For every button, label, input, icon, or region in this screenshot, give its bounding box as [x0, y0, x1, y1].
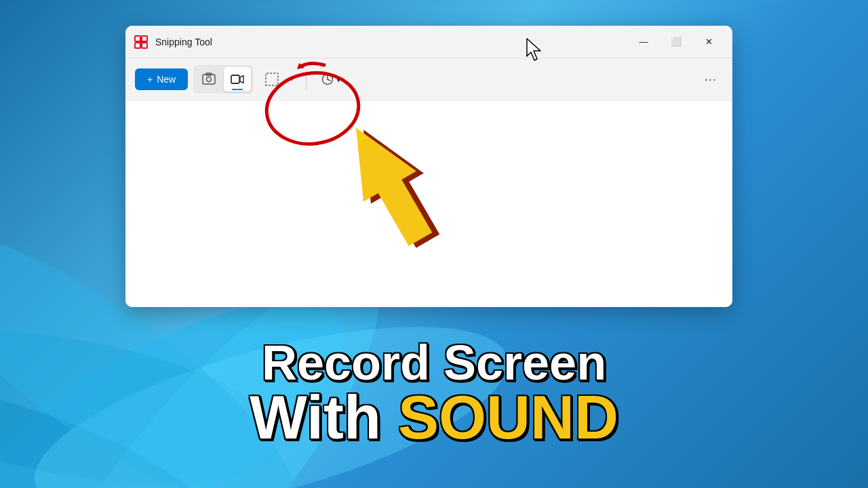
svg-rect-16 — [266, 73, 278, 85]
more-options-button[interactable]: ··· — [698, 67, 723, 92]
screenshot-icon — [202, 73, 216, 86]
snip-mode-chevron[interactable]: ▾ — [285, 67, 298, 92]
svg-rect-7 — [142, 36, 147, 41]
snipping-tool-window: Snipping Tool — ⬜ ✕ + New — [125, 26, 732, 307]
overlay-with: With — [250, 384, 398, 451]
snip-mode-group: ▾ — [258, 67, 298, 92]
new-label: New — [157, 74, 176, 85]
clock-icon — [321, 73, 334, 85]
svg-point-12 — [207, 77, 212, 82]
svg-rect-11 — [203, 75, 215, 84]
app-icon — [134, 35, 149, 49]
svg-point-10 — [139, 40, 143, 44]
svg-rect-8 — [135, 43, 140, 48]
overlay-line1: Record Screen — [262, 338, 606, 387]
svg-marker-15 — [240, 76, 243, 83]
snip-mode-button[interactable] — [258, 67, 285, 92]
close-button[interactable]: ✕ — [693, 31, 724, 53]
overlay-text: Record Screen With SOUND — [0, 305, 868, 488]
window-controls: — ⬜ ✕ — [628, 31, 724, 53]
snip-mode-icon — [265, 73, 279, 86]
mode-selector — [193, 65, 253, 94]
window-title: Snipping Tool — [155, 37, 628, 47]
svg-line-19 — [328, 79, 330, 81]
new-button[interactable]: + New — [135, 68, 188, 90]
titlebar: Snipping Tool — ⬜ ✕ — [125, 26, 732, 58]
maximize-button[interactable]: ⬜ — [660, 31, 692, 53]
screenshot-mode-button[interactable] — [195, 67, 222, 92]
delay-chevron: ▾ — [336, 75, 341, 85]
video-icon — [231, 73, 244, 86]
svg-rect-14 — [231, 75, 239, 83]
overlay-line2: With SOUND — [250, 387, 618, 448]
content-area — [125, 101, 732, 307]
video-mode-button[interactable] — [224, 67, 251, 92]
svg-rect-6 — [135, 36, 140, 41]
svg-rect-9 — [142, 43, 147, 48]
overlay-sound: SOUND — [398, 384, 618, 451]
delay-button[interactable]: ▾ — [315, 70, 348, 88]
toolbar: + New — [125, 58, 732, 101]
new-plus-icon: + — [147, 74, 153, 85]
minimize-button[interactable]: — — [628, 31, 659, 53]
toolbar-separator — [306, 69, 307, 89]
